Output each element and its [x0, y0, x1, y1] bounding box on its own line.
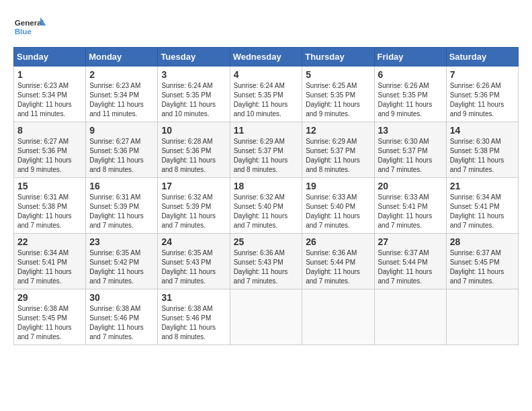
- day-info: Sunrise: 6:35 AMSunset: 5:43 PMDaylight:…: [161, 249, 216, 285]
- day-info: Sunrise: 6:35 AMSunset: 5:42 PMDaylight:…: [89, 249, 144, 285]
- day-number: 27: [378, 236, 443, 247]
- day-number: 13: [378, 125, 443, 136]
- weekday-header: Wednesday: [230, 48, 302, 66]
- calendar-day-cell: 22 Sunrise: 6:34 AMSunset: 5:41 PMDaylig…: [14, 234, 86, 289]
- day-number: 23: [89, 236, 154, 247]
- calendar-day-cell: 28 Sunrise: 6:37 AMSunset: 5:45 PMDaylig…: [446, 234, 518, 289]
- day-info: Sunrise: 6:38 AMSunset: 5:46 PMDaylight:…: [89, 305, 144, 340]
- day-info: Sunrise: 6:36 AMSunset: 5:44 PMDaylight:…: [306, 249, 360, 285]
- day-info: Sunrise: 6:29 AMSunset: 5:37 PMDaylight:…: [306, 138, 360, 173]
- day-number: 28: [450, 236, 515, 247]
- day-info: Sunrise: 6:30 AMSunset: 5:38 PMDaylight:…: [450, 138, 504, 173]
- calendar-day-cell: 16 Sunrise: 6:31 AMSunset: 5:39 PMDaylig…: [86, 178, 158, 234]
- day-info: Sunrise: 6:24 AMSunset: 5:35 PMDaylight:…: [161, 82, 216, 118]
- calendar-day-cell: 13 Sunrise: 6:30 AMSunset: 5:37 PMDaylig…: [374, 122, 446, 178]
- day-info: Sunrise: 6:30 AMSunset: 5:37 PMDaylight:…: [378, 138, 433, 173]
- calendar-day-cell: 29 Sunrise: 6:38 AMSunset: 5:45 PMDaylig…: [14, 289, 86, 345]
- calendar-day-cell: 1 Sunrise: 6:23 AMSunset: 5:34 PMDayligh…: [14, 66, 86, 122]
- day-info: Sunrise: 6:33 AMSunset: 5:41 PMDaylight:…: [378, 193, 433, 229]
- calendar-day-cell: 30 Sunrise: 6:38 AMSunset: 5:46 PMDaylig…: [86, 289, 158, 345]
- calendar-day-cell: 10 Sunrise: 6:28 AMSunset: 5:36 PMDaylig…: [158, 122, 230, 178]
- calendar-day-cell: 25 Sunrise: 6:36 AMSunset: 5:43 PMDaylig…: [230, 234, 302, 289]
- svg-text:Blue: Blue: [15, 27, 32, 36]
- day-info: Sunrise: 6:25 AMSunset: 5:35 PMDaylight:…: [306, 82, 360, 118]
- day-number: 19: [306, 181, 370, 191]
- day-number: 30: [89, 292, 154, 303]
- logo-icon: General Blue: [13, 13, 47, 40]
- day-info: Sunrise: 6:38 AMSunset: 5:46 PMDaylight:…: [161, 305, 216, 340]
- weekday-header: Thursday: [302, 48, 374, 66]
- day-number: 5: [306, 69, 370, 80]
- day-info: Sunrise: 6:27 AMSunset: 5:36 PMDaylight:…: [89, 138, 144, 173]
- day-info: Sunrise: 6:31 AMSunset: 5:39 PMDaylight:…: [89, 193, 144, 229]
- calendar-day-cell: 17 Sunrise: 6:32 AMSunset: 5:39 PMDaylig…: [158, 178, 230, 234]
- day-number: 14: [450, 125, 515, 136]
- calendar-day-cell: 5 Sunrise: 6:25 AMSunset: 5:35 PMDayligh…: [302, 66, 374, 122]
- day-info: Sunrise: 6:28 AMSunset: 5:36 PMDaylight:…: [161, 138, 216, 173]
- logo: General Blue: [13, 13, 50, 40]
- day-number: 17: [161, 181, 226, 191]
- calendar-day-cell: [446, 289, 518, 345]
- calendar-week-row: 1 Sunrise: 6:23 AMSunset: 5:34 PMDayligh…: [14, 66, 519, 122]
- day-info: Sunrise: 6:26 AMSunset: 5:36 PMDaylight:…: [450, 82, 504, 118]
- day-info: Sunrise: 6:29 AMSunset: 5:37 PMDaylight:…: [234, 138, 288, 173]
- day-number: 24: [161, 236, 226, 247]
- day-number: 3: [161, 69, 226, 80]
- calendar-week-row: 8 Sunrise: 6:27 AMSunset: 5:36 PMDayligh…: [14, 122, 519, 178]
- day-number: 4: [234, 69, 299, 80]
- weekday-header: Sunday: [14, 48, 86, 66]
- calendar-day-cell: 18 Sunrise: 6:32 AMSunset: 5:40 PMDaylig…: [230, 178, 302, 234]
- day-info: Sunrise: 6:34 AMSunset: 5:41 PMDaylight:…: [17, 249, 72, 285]
- weekday-header: Friday: [374, 48, 446, 66]
- calendar-day-cell: 3 Sunrise: 6:24 AMSunset: 5:35 PMDayligh…: [158, 66, 230, 122]
- calendar-day-cell: 31 Sunrise: 6:38 AMSunset: 5:46 PMDaylig…: [158, 289, 230, 345]
- weekday-header: Monday: [86, 48, 158, 66]
- day-info: Sunrise: 6:36 AMSunset: 5:43 PMDaylight:…: [234, 249, 288, 285]
- calendar-day-cell: 19 Sunrise: 6:33 AMSunset: 5:40 PMDaylig…: [302, 178, 374, 234]
- day-number: 18: [234, 181, 299, 191]
- day-number: 2: [89, 69, 154, 80]
- day-info: Sunrise: 6:37 AMSunset: 5:45 PMDaylight:…: [450, 249, 504, 285]
- calendar-day-cell: 23 Sunrise: 6:35 AMSunset: 5:42 PMDaylig…: [86, 234, 158, 289]
- calendar-week-row: 22 Sunrise: 6:34 AMSunset: 5:41 PMDaylig…: [14, 234, 519, 289]
- day-number: 11: [234, 125, 299, 136]
- calendar-week-row: 15 Sunrise: 6:31 AMSunset: 5:38 PMDaylig…: [14, 178, 519, 234]
- calendar-day-cell: [230, 289, 302, 345]
- calendar-day-cell: [374, 289, 446, 345]
- calendar-day-cell: 27 Sunrise: 6:37 AMSunset: 5:44 PMDaylig…: [374, 234, 446, 289]
- calendar-day-cell: 4 Sunrise: 6:24 AMSunset: 5:35 PMDayligh…: [230, 66, 302, 122]
- day-info: Sunrise: 6:33 AMSunset: 5:40 PMDaylight:…: [306, 193, 360, 229]
- day-number: 20: [378, 181, 443, 191]
- day-number: 21: [450, 181, 515, 191]
- day-number: 8: [17, 125, 82, 136]
- calendar-day-cell: 7 Sunrise: 6:26 AMSunset: 5:36 PMDayligh…: [446, 66, 518, 122]
- day-info: Sunrise: 6:24 AMSunset: 5:35 PMDaylight:…: [234, 82, 288, 118]
- calendar-day-cell: 15 Sunrise: 6:31 AMSunset: 5:38 PMDaylig…: [14, 178, 86, 234]
- day-info: Sunrise: 6:34 AMSunset: 5:41 PMDaylight:…: [450, 193, 504, 229]
- calendar-day-cell: 6 Sunrise: 6:26 AMSunset: 5:35 PMDayligh…: [374, 66, 446, 122]
- day-info: Sunrise: 6:38 AMSunset: 5:45 PMDaylight:…: [17, 305, 72, 340]
- day-number: 7: [450, 69, 515, 80]
- page-header: General Blue: [13, 13, 519, 40]
- day-number: 10: [161, 125, 226, 136]
- day-number: 16: [89, 181, 154, 191]
- weekday-header: Saturday: [446, 48, 518, 66]
- calendar: SundayMondayTuesdayWednesdayThursdayFrid…: [13, 47, 519, 345]
- day-number: 15: [17, 181, 82, 191]
- day-number: 25: [234, 236, 299, 247]
- day-number: 1: [17, 69, 82, 80]
- calendar-day-cell: 14 Sunrise: 6:30 AMSunset: 5:38 PMDaylig…: [446, 122, 518, 178]
- calendar-day-cell: [302, 289, 374, 345]
- calendar-day-cell: 20 Sunrise: 6:33 AMSunset: 5:41 PMDaylig…: [374, 178, 446, 234]
- svg-text:General: General: [15, 18, 44, 27]
- day-info: Sunrise: 6:31 AMSunset: 5:38 PMDaylight:…: [17, 193, 72, 229]
- day-info: Sunrise: 6:32 AMSunset: 5:40 PMDaylight:…: [234, 193, 288, 229]
- day-info: Sunrise: 6:26 AMSunset: 5:35 PMDaylight:…: [378, 82, 433, 118]
- day-number: 12: [306, 125, 370, 136]
- day-number: 29: [17, 292, 82, 303]
- day-number: 9: [89, 125, 154, 136]
- day-number: 31: [161, 292, 226, 303]
- day-number: 6: [378, 69, 443, 80]
- day-info: Sunrise: 6:27 AMSunset: 5:36 PMDaylight:…: [17, 138, 72, 173]
- calendar-day-cell: 24 Sunrise: 6:35 AMSunset: 5:43 PMDaylig…: [158, 234, 230, 289]
